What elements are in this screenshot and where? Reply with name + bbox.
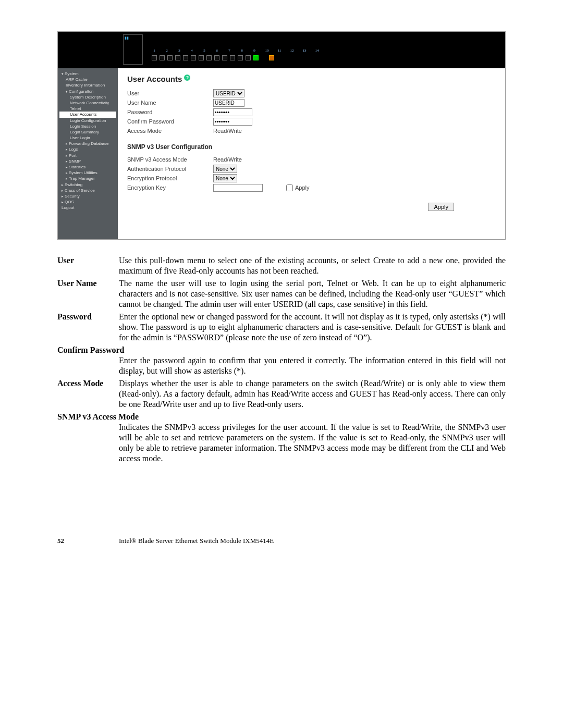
footer-title: Intel® Blade Server Ethernet Switch Modu… xyxy=(119,537,506,545)
user-select[interactable]: USERID xyxy=(213,89,244,97)
confirm-pw-input[interactable] xyxy=(213,118,252,126)
port-box xyxy=(183,55,188,60)
port-num: 3 xyxy=(177,48,182,53)
port-box xyxy=(160,55,165,60)
port-num: 11 xyxy=(277,48,282,53)
term-confirm-pw: Confirm Password xyxy=(57,345,506,355)
port-box xyxy=(230,55,235,60)
device-icon: ▮▮ xyxy=(125,36,141,40)
apply-checkbox[interactable] xyxy=(286,184,293,191)
nav-cos[interactable]: Class of Service xyxy=(59,188,116,193)
nav-sidebar: System ARP Cache Inventory Information C… xyxy=(58,68,118,239)
password-label: Password xyxy=(127,109,213,115)
heading-text: User Accounts xyxy=(127,75,182,83)
port-num: 9 xyxy=(252,48,257,53)
auth-proto-select[interactable]: None xyxy=(213,165,237,173)
apply-button[interactable]: Apply xyxy=(428,203,454,211)
nav-configuration[interactable]: Configuration xyxy=(59,89,116,94)
nav-security[interactable]: Security xyxy=(59,193,116,199)
nav-sys-desc[interactable]: System Description xyxy=(59,94,116,100)
desc-username: The name the user will use to login usin… xyxy=(119,278,506,310)
snmp-access-label: SNMP v3 Access Mode xyxy=(127,156,213,163)
port-num: 5 xyxy=(202,48,207,53)
port-box xyxy=(206,55,212,60)
desc-confirm-pw: Enter the password again to confirm that… xyxy=(119,355,506,376)
help-icon[interactable]: ? xyxy=(184,75,190,81)
nav-arp-cache[interactable]: ARP Cache xyxy=(59,77,116,82)
term-username: User Name xyxy=(57,278,119,310)
desc-user: Use this pull-down menu to select one of… xyxy=(119,255,506,276)
port-num: 8 xyxy=(239,48,244,53)
port-num: 1 xyxy=(152,48,157,53)
port-box-row xyxy=(152,55,274,60)
apply-checkbox-group[interactable]: Apply xyxy=(286,184,310,191)
confirm-pw-label: Confirm Password xyxy=(127,118,213,125)
page: ▮▮ 1 2 3 4 5 6 7 8 9 10 11 12 13 14 xyxy=(0,0,563,587)
port-box-active xyxy=(253,55,259,60)
nav-inventory[interactable]: Inventory Information xyxy=(59,82,116,88)
panel-heading: User Accounts ? xyxy=(127,75,496,83)
nav-statistics[interactable]: Statistics xyxy=(59,164,116,170)
port-box xyxy=(191,55,196,60)
desc-password: Enter the optional new or changed passwo… xyxy=(119,312,506,343)
port-box xyxy=(152,55,157,60)
nav-login-config[interactable]: Login Configuration xyxy=(59,118,116,124)
access-mode-value: Read/Write xyxy=(213,128,242,134)
port-num: 4 xyxy=(189,48,194,53)
port-box xyxy=(199,55,204,60)
port-box xyxy=(238,55,243,60)
password-input[interactable] xyxy=(213,108,252,116)
enc-proto-label: Encryption Protocol xyxy=(127,175,213,181)
auth-proto-label: Authentication Protocol xyxy=(127,166,213,172)
main-panel: User Accounts ? User USERID User Name Pa… xyxy=(118,68,505,239)
port-box xyxy=(167,55,173,60)
definitions-section: User Use this pull-down menu to select o… xyxy=(57,255,506,464)
snmp-access-value: Read/Write xyxy=(213,156,242,163)
term-access-mode: Access Mode xyxy=(57,378,119,410)
desc-snmp-access: Indicates the SNMPv3 access privileges f… xyxy=(119,422,506,464)
top-right-fill xyxy=(432,32,505,68)
enc-proto-select[interactable]: None xyxy=(213,174,237,182)
access-mode-label: Access Mode xyxy=(127,128,213,134)
nav-trap-mgr[interactable]: Trap Manager xyxy=(59,176,116,181)
page-footer: 52 Intel® Blade Server Ethernet Switch M… xyxy=(57,537,506,545)
nav-system[interactable]: System xyxy=(59,71,116,77)
port-num: 10 xyxy=(264,48,270,53)
nav-sys-util[interactable]: System Utilities xyxy=(59,170,116,176)
device-frame: ▮▮ xyxy=(123,34,143,65)
nav-logout[interactable]: Logout xyxy=(59,205,116,211)
nav-user-login[interactable]: User Login xyxy=(59,135,116,141)
apply-ck-label: Apply xyxy=(295,184,310,191)
username-input[interactable] xyxy=(213,99,244,107)
username-label: User Name xyxy=(127,100,213,106)
nav-login-session[interactable]: Login Session xyxy=(59,124,116,129)
port-num: 7 xyxy=(227,48,232,53)
nav-logs[interactable]: Logs xyxy=(59,146,116,152)
port-box xyxy=(214,55,219,60)
desc-access-mode: Displays whether the user is able to cha… xyxy=(119,378,506,410)
port-num: 12 xyxy=(289,48,295,53)
port-box xyxy=(175,55,180,60)
port-num: 14 xyxy=(314,48,320,53)
enc-key-label: Encryption Key xyxy=(127,184,213,191)
page-number: 52 xyxy=(57,537,119,545)
nav-port[interactable]: Port xyxy=(59,153,116,158)
term-password: Password xyxy=(57,312,119,343)
nav-switching[interactable]: Switching xyxy=(59,182,116,188)
switch-top-bar: ▮▮ 1 2 3 4 5 6 7 8 9 10 11 12 13 14 xyxy=(58,32,505,68)
port-num: 6 xyxy=(214,48,219,53)
nav-net-conn[interactable]: Network Connectivity xyxy=(59,100,116,106)
port-num: 13 xyxy=(302,48,307,53)
snmp-heading: SNMP v3 User Configuration xyxy=(127,143,496,151)
nav-login-summary[interactable]: Login Summary xyxy=(59,129,116,135)
switch-ui-screenshot: ▮▮ 1 2 3 4 5 6 7 8 9 10 11 12 13 14 xyxy=(57,31,506,240)
nav-snmp[interactable]: SNMP xyxy=(59,158,116,164)
port-num: 2 xyxy=(164,48,169,53)
enc-key-input[interactable] xyxy=(213,184,263,192)
nav-qos[interactable]: QOS xyxy=(59,199,116,205)
user-label: User xyxy=(127,90,213,96)
nav-fwd-db[interactable]: Forwarding Database xyxy=(59,141,116,146)
nav-user-accounts[interactable]: User Accounts xyxy=(59,112,116,117)
port-box xyxy=(222,55,227,60)
nav-telnet[interactable]: Telnet xyxy=(59,106,116,112)
